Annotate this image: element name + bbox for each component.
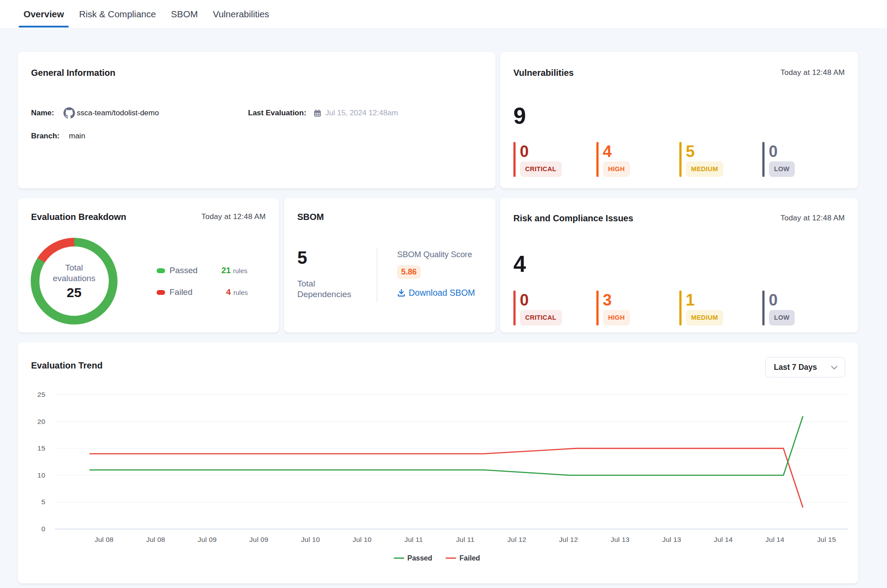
svg-text:Jul 10: Jul 10	[301, 536, 320, 543]
svg-text:0: 0	[41, 525, 45, 533]
svg-text:15: 15	[37, 444, 45, 452]
svg-text:Jul 09: Jul 09	[249, 536, 268, 543]
svg-text:Jul 11: Jul 11	[456, 536, 474, 543]
svg-text:Jul 10: Jul 10	[353, 536, 372, 543]
svg-text:Jul 08: Jul 08	[146, 536, 166, 543]
svg-text:Jul 11: Jul 11	[405, 536, 423, 543]
svg-text:Jul 12: Jul 12	[508, 536, 527, 543]
svg-text:Jul 13: Jul 13	[611, 536, 630, 543]
svg-text:Jul 14: Jul 14	[714, 536, 733, 543]
svg-text:20: 20	[37, 418, 45, 425]
svg-text:Jul 12: Jul 12	[559, 536, 578, 543]
svg-text:Passed: Passed	[407, 554, 432, 562]
svg-text:Failed: Failed	[460, 554, 480, 562]
svg-text:Jul 15: Jul 15	[817, 536, 836, 543]
svg-text:Jul 08: Jul 08	[95, 536, 114, 543]
svg-text:Jul 09: Jul 09	[198, 536, 217, 543]
svg-text:Jul 13: Jul 13	[662, 536, 682, 543]
svg-text:10: 10	[37, 471, 45, 479]
svg-text:5: 5	[41, 498, 45, 506]
svg-text:Jul 14: Jul 14	[765, 536, 785, 543]
svg-text:25: 25	[37, 391, 45, 398]
